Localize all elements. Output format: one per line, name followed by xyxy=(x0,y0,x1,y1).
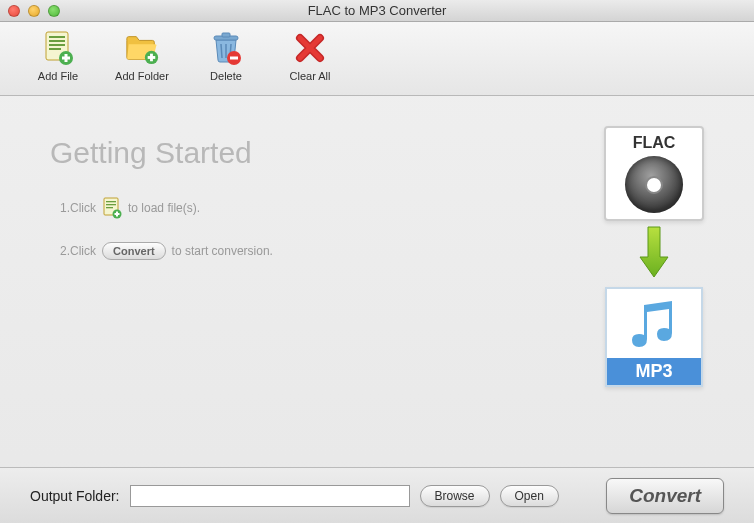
traffic-lights xyxy=(0,5,60,17)
window-title: FLAC to MP3 Converter xyxy=(0,3,754,18)
svg-rect-4 xyxy=(49,48,61,50)
svg-line-13 xyxy=(221,44,222,58)
add-folder-icon xyxy=(124,30,160,66)
clear-all-button[interactable]: Clear All xyxy=(282,30,338,95)
svg-rect-20 xyxy=(106,204,116,205)
svg-rect-2 xyxy=(49,40,65,42)
clear-all-icon xyxy=(292,30,328,66)
step2-suffix: to start conversion. xyxy=(172,244,273,258)
step1-prefix: 1.Click xyxy=(60,201,96,215)
mp3-tile: MP3 xyxy=(605,287,703,387)
svg-rect-7 xyxy=(62,57,70,60)
svg-rect-3 xyxy=(49,44,65,46)
add-folder-button[interactable]: Add Folder xyxy=(114,30,170,95)
svg-rect-1 xyxy=(49,36,65,38)
music-notes-icon xyxy=(607,289,701,358)
delete-button[interactable]: Delete xyxy=(198,30,254,95)
delete-label: Delete xyxy=(210,70,242,82)
svg-rect-19 xyxy=(106,201,116,202)
toolbar: Add File Add Folder xyxy=(0,22,754,96)
svg-rect-17 xyxy=(230,57,238,60)
svg-rect-10 xyxy=(148,56,156,59)
output-folder-label: Output Folder: xyxy=(30,488,120,504)
svg-rect-12 xyxy=(222,33,230,37)
flac-label: FLAC xyxy=(633,134,676,152)
flac-tile: FLAC xyxy=(604,126,704,221)
conversion-illustration: FLAC MP3 xyxy=(599,126,709,387)
add-file-icon xyxy=(40,30,76,66)
clear-all-label: Clear All xyxy=(290,70,331,82)
convert-mini-button: Convert xyxy=(102,242,166,260)
titlebar: FLAC to MP3 Converter xyxy=(0,0,754,22)
add-file-button[interactable]: Add File xyxy=(30,30,86,95)
step2-prefix: 2.Click xyxy=(60,244,96,258)
open-button[interactable]: Open xyxy=(500,485,559,507)
bottom-bar: Output Folder: Browse Open Convert xyxy=(0,467,754,523)
svg-rect-24 xyxy=(115,213,120,215)
output-folder-input[interactable] xyxy=(130,485,410,507)
delete-icon xyxy=(208,30,244,66)
svg-rect-21 xyxy=(106,207,113,208)
minimize-window-button[interactable] xyxy=(28,5,40,17)
add-file-label: Add File xyxy=(38,70,78,82)
main-area: Getting Started 1.Click to load file(s).… xyxy=(0,96,754,466)
add-folder-label: Add Folder xyxy=(115,70,169,82)
add-file-mini-icon xyxy=(102,198,122,218)
close-window-button[interactable] xyxy=(8,5,20,17)
mp3-label: MP3 xyxy=(607,358,701,385)
browse-button[interactable]: Browse xyxy=(420,485,490,507)
disc-icon xyxy=(625,156,683,213)
step1-suffix: to load file(s). xyxy=(128,201,200,215)
convert-button[interactable]: Convert xyxy=(606,478,724,514)
arrow-down-icon xyxy=(636,225,672,283)
maximize-window-button[interactable] xyxy=(48,5,60,17)
